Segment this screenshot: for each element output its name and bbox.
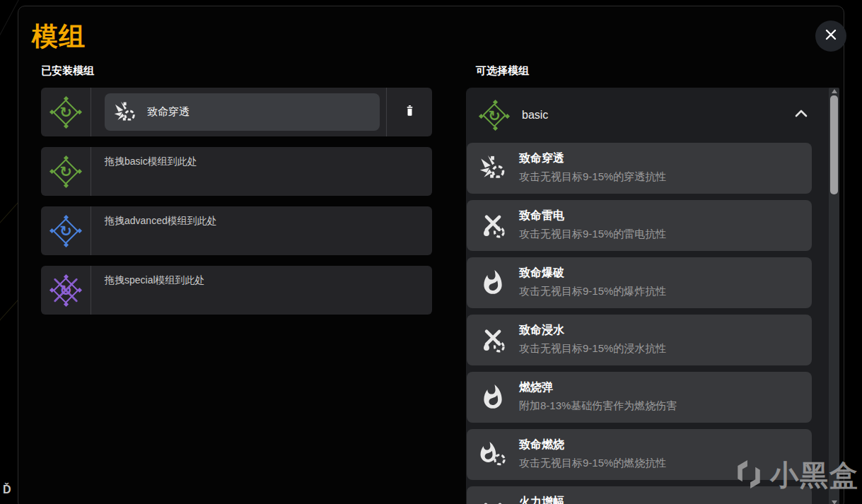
available-module-row[interactable]: 燃烧弹 附加8-13%基础伤害作为燃烧伤害 <box>467 372 812 423</box>
close-button[interactable] <box>815 20 846 52</box>
module-name: 致命穿透 <box>519 151 666 166</box>
available-module-row[interactable]: 致命雷电 攻击无视目标9-15%的雷电抗性 <box>467 200 812 251</box>
module-text: 燃烧弹 附加8-13%基础伤害作为燃烧伤害 <box>519 372 677 423</box>
module-description: 攻击无视目标9-15%的雷电抗性 <box>519 228 666 241</box>
module-effect-icon <box>467 429 519 480</box>
module-name: 致命浸水 <box>519 323 666 338</box>
module-text: 致命浸水 攻击无视目标9-15%的浸水抗性 <box>519 315 666 365</box>
installed-module-card[interactable]: 致命穿透 <box>105 93 380 131</box>
module-name: 致命雷电 <box>519 209 666 223</box>
close-icon <box>825 28 837 44</box>
background-diagonal-line <box>0 202 19 234</box>
module-effect-icon <box>467 143 519 194</box>
module-dialog-screen: Ď 模组 已安装模组 可选择模组 <box>0 0 862 504</box>
background-corner-glyph: Ď <box>3 484 11 496</box>
module-effect-icon <box>467 486 519 504</box>
module-effect-icon <box>467 372 519 423</box>
slot-placeholder-text: 拖拽special模组到此处 <box>91 266 432 287</box>
module-text: 致命穿透 攻击无视目标9-15%的穿透抗性 <box>519 143 666 194</box>
slot-tier-cell <box>41 147 91 196</box>
module-name: 致命爆破 <box>519 266 666 281</box>
dialog-title: 模组 <box>32 19 86 54</box>
available-module-row[interactable]: 致命浸水 攻击无视目标9-15%的浸水抗性 <box>467 315 812 365</box>
module-effect-icon <box>467 200 519 251</box>
group-label: basic <box>522 109 548 122</box>
slot-placeholder-text: 拖拽basic模组到此处 <box>91 147 432 168</box>
module-dialog: 模组 已安装模组 可选择模组 <box>18 6 844 504</box>
installed-modules-header: 已安装模组 <box>41 64 94 78</box>
module-group-basic[interactable]: basic <box>466 88 839 143</box>
module-diamond-icon <box>51 276 81 305</box>
panel-scrollbar[interactable] <box>829 88 839 504</box>
module-name: 燃烧弹 <box>519 380 677 395</box>
available-module-row[interactable]: 致命穿透 攻击无视目标9-15%的穿透抗性 <box>467 143 812 194</box>
installed-module-name: 致命穿透 <box>147 105 190 119</box>
module-slot[interactable]: 拖拽basic模组到此处 <box>41 147 432 196</box>
module-text: 致命爆破 攻击无视目标9-15%的爆炸抗性 <box>519 257 666 308</box>
module-description: 攻击无视目标9-15%的燃烧抗性 <box>519 457 666 470</box>
module-diamond-icon <box>480 101 508 129</box>
background-diagonal-line <box>0 299 19 333</box>
slot-tier-cell <box>41 88 91 136</box>
module-description: 攻击无视目标9-15%的浸水抗性 <box>519 342 666 356</box>
available-module-list: 致命穿透 攻击无视目标9-15%的穿透抗性 致命雷电 攻击无视目标9-15%的雷… <box>466 143 839 504</box>
module-text: 致命燃烧 攻击无视目标9-15%的燃烧抗性 <box>519 429 666 480</box>
available-module-row[interactable]: 火力增幅 <box>467 486 812 504</box>
module-slot[interactable]: 致命穿透 <box>41 88 432 136</box>
remove-module-button[interactable] <box>386 88 432 136</box>
module-slot[interactable]: 拖拽advanced模组到此处 <box>41 206 432 255</box>
module-slot[interactable]: 拖拽special模组到此处 <box>41 266 432 315</box>
slot-placeholder-text: 拖拽advanced模组到此处 <box>91 206 432 228</box>
module-diamond-icon <box>51 98 81 127</box>
chevron-up-icon[interactable] <box>794 108 808 121</box>
scroll-down-icon[interactable] <box>832 500 837 504</box>
module-effect-icon <box>467 315 519 365</box>
background-diagonal-line <box>0 0 19 43</box>
available-module-row[interactable]: 致命爆破 攻击无视目标9-15%的爆炸抗性 <box>467 257 812 308</box>
scroll-up-icon[interactable] <box>832 89 837 93</box>
slot-tier-cell <box>41 266 91 315</box>
module-description: 附加8-13%基础伤害作为燃烧伤害 <box>519 399 677 413</box>
slot-body: 拖拽special模组到此处 <box>91 266 432 315</box>
slot-body: 拖拽basic模组到此处 <box>91 147 432 196</box>
module-description: 攻击无视目标9-15%的穿透抗性 <box>519 170 666 184</box>
available-modules-panel: basic 致命穿透 攻击无视目标9-15%的穿透抗性 <box>466 88 839 504</box>
slot-body: 拖拽advanced模组到此处 <box>91 206 432 255</box>
slot-tier-cell <box>41 206 91 255</box>
module-diamond-icon <box>51 216 81 246</box>
available-module-row[interactable]: 致命燃烧 攻击无视目标9-15%的燃烧抗性 <box>467 429 812 480</box>
module-effect-icon <box>467 257 519 308</box>
module-description: 攻击无视目标9-15%的爆炸抗性 <box>519 285 666 298</box>
available-modules-header: 可选择模组 <box>476 64 529 78</box>
module-effect-icon <box>114 101 136 124</box>
trash-icon <box>404 105 415 119</box>
slot-body: 致命穿透 <box>91 88 386 136</box>
module-name: 火力增幅 <box>519 495 564 504</box>
module-diamond-icon <box>51 157 81 187</box>
module-name: 致命燃烧 <box>519 438 666 452</box>
module-text: 火力增幅 <box>519 486 564 504</box>
installed-slot-list: 致命穿透 <box>41 88 432 325</box>
module-text: 致命雷电 攻击无视目标9-15%的雷电抗性 <box>519 200 666 251</box>
scrollbar-thumb[interactable] <box>830 95 838 194</box>
